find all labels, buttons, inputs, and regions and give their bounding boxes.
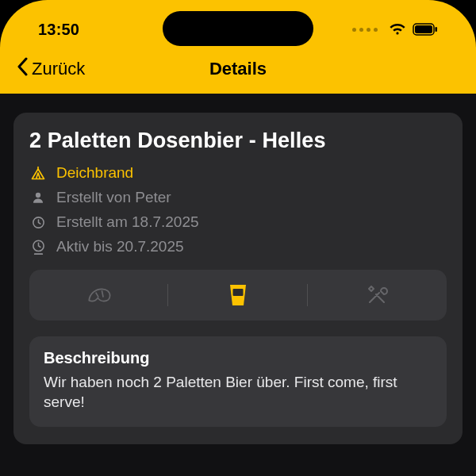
battery-icon [413,23,438,36]
svg-rect-1 [415,25,432,33]
created-at-row: Erstellt am 18.7.2025 [29,213,447,231]
tools-icon [365,283,389,307]
status-indicators [352,23,438,36]
segment-tools[interactable] [308,270,447,321]
content: 2 Paletten Dosenbier - Helles Deichbrand… [0,94,476,476]
back-label: Zurück [32,59,85,79]
venue-row: Deichbrand [29,164,447,182]
clock-bar-icon [29,239,47,255]
clock-icon [29,215,47,230]
category-segments [29,270,447,321]
description-card: Beschreibung Wir haben noch 2 Paletten B… [29,336,447,427]
nav-bar: Zurück Details [0,44,476,94]
dynamic-island [163,11,313,46]
svg-point-3 [36,193,40,198]
active-until-label: Aktiv bis 20.7.2025 [56,238,184,255]
segment-drink[interactable] [168,270,307,321]
description-heading: Beschreibung [44,349,432,367]
svg-rect-7 [232,289,243,296]
created-by-label: Erstellt von Peter [56,189,171,206]
description-body: Wir haben noch 2 Paletten Bier über. Fir… [44,372,432,413]
status-time: 13:50 [38,21,79,39]
segment-food[interactable] [29,270,168,321]
croissant-icon [86,284,113,306]
created-at-label: Erstellt am 18.7.2025 [56,213,199,231]
detail-card: 2 Paletten Dosenbier - Helles Deichbrand… [13,113,463,444]
person-icon [29,190,47,205]
item-title: 2 Paletten Dosenbier - Helles [29,129,447,153]
wifi-icon [389,23,406,36]
svg-rect-2 [436,27,438,32]
status-dots [352,28,378,32]
back-button[interactable]: Zurück [16,57,85,81]
venue-label: Deichbrand [56,164,133,182]
created-by-row: Erstellt von Peter [29,189,447,206]
chevron-left-icon [16,57,29,81]
cup-icon [228,283,248,307]
phone-frame: 13:50 Zurück Details [0,0,476,476]
nav-title: Details [209,59,267,79]
tent-icon [29,165,47,181]
active-until-row: Aktiv bis 20.7.2025 [29,238,447,255]
